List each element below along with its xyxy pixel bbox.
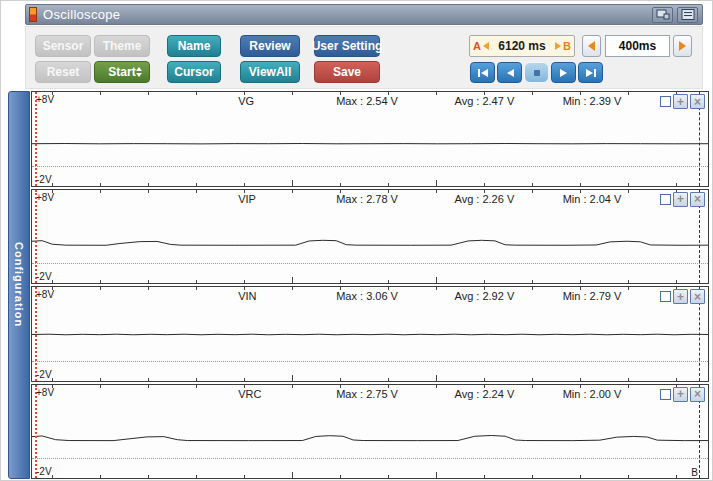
sidebar-tab-label: Configuration <box>13 242 25 327</box>
titlebar-buttons <box>652 7 698 23</box>
next-icon <box>556 67 572 79</box>
cursor-a-line[interactable] <box>35 385 37 479</box>
sensor-button[interactable]: Sensor <box>35 35 91 57</box>
popout-window-icon[interactable] <box>652 7 673 23</box>
cursor-a-line[interactable] <box>35 287 37 381</box>
zero-volt-gridline <box>32 166 708 167</box>
cursor-b-label: B <box>691 467 698 478</box>
toolbar: Sensor Theme Name Review User Setting Re… <box>25 26 703 89</box>
channel-min-readout: Min : 2.79 V <box>563 290 622 302</box>
channel-panel: +8V -2V VG Max : 2.54 V Avg : 2.47 V Min… <box>31 91 709 187</box>
channel-visibility-checkbox[interactable] <box>660 291 671 302</box>
skip-start-icon <box>475 67 491 79</box>
ab-range-box[interactable]: A 6120 ms B <box>469 35 575 57</box>
zero-volt-gridline <box>32 263 708 264</box>
playback-controls <box>470 62 603 83</box>
oscilloscope-window: Oscilloscope Sensor Theme Name Review Us… <box>0 0 713 481</box>
spinner-icon <box>136 67 142 77</box>
interval-value-field[interactable]: 400ms <box>605 35 670 57</box>
zero-volt-gridline <box>32 361 708 362</box>
channel-controls: + × <box>660 94 705 109</box>
close-icon: × <box>694 388 701 400</box>
top-voltage-label: +8V <box>36 94 54 105</box>
ab-range-value: 6120 ms <box>489 39 555 53</box>
channel-list: +8V -2V VG Max : 2.54 V Avg : 2.47 V Min… <box>31 91 709 479</box>
sidebar-tab-configuration[interactable]: Configuration <box>8 91 30 479</box>
cursor-a-line[interactable] <box>35 190 37 284</box>
stop-button[interactable] <box>524 62 549 83</box>
top-voltage-label: +8V <box>36 289 54 300</box>
interval-decrease-button[interactable] <box>582 35 601 57</box>
bottom-voltage-label: -2V <box>36 271 52 282</box>
channel-max-readout: Max : 2.75 V <box>336 388 398 400</box>
channel-name: VIN <box>238 290 256 302</box>
cursor-button[interactable]: Cursor <box>167 61 221 83</box>
skip-to-start-button[interactable] <box>470 62 495 83</box>
channel-min-readout: Min : 2.04 V <box>563 193 622 205</box>
plus-icon: + <box>677 388 684 400</box>
cursor-a-tag: A <box>473 40 481 52</box>
top-voltage-label: +8V <box>36 387 54 398</box>
channel-avg-readout: Avg : 2.92 V <box>455 290 515 302</box>
channel-min-readout: Min : 2.39 V <box>563 95 622 107</box>
close-icon: × <box>694 96 701 108</box>
close-icon: × <box>694 291 701 303</box>
channel-close-button[interactable]: × <box>690 289 705 304</box>
skip-to-end-button[interactable] <box>578 62 603 83</box>
interval-increase-button[interactable] <box>673 35 692 57</box>
channel-visibility-checkbox[interactable] <box>660 389 671 400</box>
channel-zoom-button[interactable]: + <box>673 289 688 304</box>
menu-icon[interactable] <box>677 7 698 23</box>
plus-icon: + <box>677 96 684 108</box>
bottom-voltage-label: -2V <box>36 466 52 477</box>
theme-button[interactable]: Theme <box>94 35 150 57</box>
channel-avg-readout: Avg : 2.24 V <box>455 388 515 400</box>
close-icon: × <box>694 193 701 205</box>
channel-min-readout: Min : 2.00 V <box>563 388 622 400</box>
bottom-voltage-label: -2V <box>36 174 52 185</box>
user-setting-button[interactable]: User Setting <box>314 35 380 57</box>
viewall-button[interactable]: ViewAll <box>240 61 300 83</box>
app-icon <box>29 7 37 22</box>
step-back-button[interactable] <box>497 62 522 83</box>
cursor-a-line[interactable] <box>35 92 37 186</box>
window-title: Oscilloscope <box>43 7 120 22</box>
channel-avg-readout: Avg : 2.26 V <box>455 193 515 205</box>
right-arrow-icon <box>679 41 686 51</box>
start-button[interactable]: Start <box>94 61 150 83</box>
plus-icon: + <box>677 291 684 303</box>
cursor-b-tag: B <box>563 40 571 52</box>
start-button-label: Start <box>108 65 135 79</box>
channel-zoom-button[interactable]: + <box>673 192 688 207</box>
channel-panel: +8V -2V VIN Max : 3.06 V Avg : 2.92 V Mi… <box>31 286 709 382</box>
titlebar[interactable]: Oscilloscope <box>25 4 703 25</box>
step-forward-button[interactable] <box>551 62 576 83</box>
channel-close-button[interactable]: × <box>690 192 705 207</box>
channel-name: VIP <box>238 193 256 205</box>
save-button[interactable]: Save <box>314 61 380 83</box>
channel-close-button[interactable]: × <box>690 387 705 402</box>
channel-avg-readout: Avg : 2.47 V <box>455 95 515 107</box>
reset-button[interactable]: Reset <box>35 61 91 83</box>
bottom-voltage-label: -2V <box>36 369 52 380</box>
channel-visibility-checkbox[interactable] <box>660 194 671 205</box>
stop-icon <box>529 67 545 79</box>
channel-zoom-button[interactable]: + <box>673 94 688 109</box>
channel-max-readout: Max : 3.06 V <box>336 290 398 302</box>
channel-controls: + × <box>660 289 705 304</box>
channel-controls: + × <box>660 192 705 207</box>
review-button[interactable]: Review <box>240 35 300 57</box>
channel-name: VRC <box>238 388 261 400</box>
channel-max-readout: Max : 2.54 V <box>336 95 398 107</box>
channel-max-readout: Max : 2.78 V <box>336 193 398 205</box>
channel-close-button[interactable]: × <box>690 94 705 109</box>
plus-icon: + <box>677 193 684 205</box>
previous-icon <box>502 67 518 79</box>
channel-controls: + × <box>660 387 705 402</box>
left-arrow-icon <box>588 41 595 51</box>
top-voltage-label: +8V <box>36 192 54 203</box>
channel-zoom-button[interactable]: + <box>673 387 688 402</box>
name-button[interactable]: Name <box>167 35 221 57</box>
channel-name: VG <box>238 95 254 107</box>
channel-visibility-checkbox[interactable] <box>660 96 671 107</box>
